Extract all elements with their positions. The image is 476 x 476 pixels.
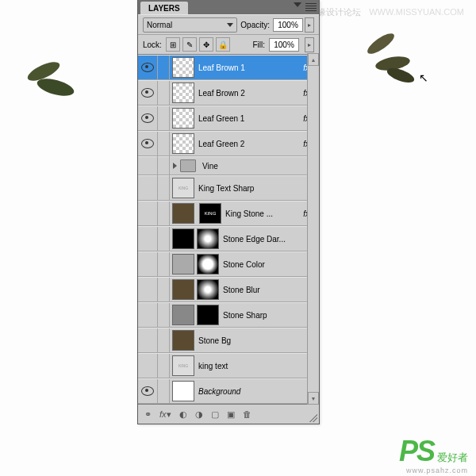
layer-row[interactable]: Stone Bg	[138, 328, 319, 353]
group-icon[interactable]: ▢	[211, 409, 219, 420]
visibility-toggle[interactable]	[138, 227, 158, 251]
layer-row[interactable]: KINGKing Stone ...fx▽	[138, 201, 319, 226]
layer-name[interactable]: Leaf Green 2	[197, 140, 303, 148]
link-col[interactable]	[158, 303, 170, 327]
link-col[interactable]	[158, 176, 170, 200]
link-col[interactable]	[158, 106, 170, 130]
layer-name[interactable]: Stone Color	[221, 260, 319, 269]
layer-thumbnail[interactable]	[172, 57, 194, 78]
opacity-flyout-icon[interactable]	[305, 17, 314, 33]
visibility-toggle[interactable]	[138, 354, 158, 378]
layer-row[interactable]: Leaf Green 2fx▽	[138, 131, 319, 156]
layer-name[interactable]: King Text Sharp	[197, 184, 319, 193]
link-col[interactable]	[158, 278, 170, 301]
layer-name[interactable]: Stone Bg	[197, 336, 319, 345]
fx-menu-icon[interactable]: fx▾	[159, 409, 171, 420]
layer-thumbnail[interactable]	[172, 254, 194, 274]
link-col[interactable]	[158, 379, 170, 403]
layer-row[interactable]: Stone Color	[138, 251, 319, 277]
blend-mode-select[interactable]: Normal	[143, 17, 237, 33]
link-layers-icon[interactable]: ⚭	[144, 409, 152, 420]
link-col[interactable]	[158, 252, 170, 276]
layer-thumbnail[interactable]	[172, 108, 194, 129]
resize-grip-icon[interactable]	[309, 414, 317, 422]
layer-row[interactable]: Stone Blur	[138, 277, 319, 302]
lock-all-icon[interactable]: 🔒	[216, 37, 230, 52]
visibility-toggle[interactable]	[138, 176, 158, 200]
link-col[interactable]	[158, 354, 170, 378]
layer-name[interactable]: king text	[197, 362, 319, 370]
visibility-toggle[interactable]	[138, 303, 158, 327]
layer-name[interactable]: Leaf Brown 2	[197, 89, 303, 98]
layer-name[interactable]: Stone Edge Dar...	[221, 235, 319, 244]
scroll-up-icon[interactable]: ▲	[308, 53, 319, 66]
layer-row[interactable]: Stone Edge Dar...	[138, 226, 319, 251]
layer-name[interactable]: Stone Sharp	[221, 311, 319, 320]
layer-thumbnail[interactable]	[172, 305, 194, 325]
layer-row[interactable]: KINGKing Text Sharp	[138, 175, 319, 201]
layers-tab[interactable]: LAYERS	[140, 2, 188, 14]
visibility-toggle[interactable]	[138, 132, 158, 155]
visibility-toggle[interactable]	[138, 106, 158, 130]
scrollbar[interactable]: ▲ ▼	[307, 53, 319, 405]
layer-mask-thumbnail[interactable]	[197, 254, 219, 274]
folder-toggle-icon[interactable]	[173, 163, 177, 169]
lock-pixels-icon[interactable]: ✎	[182, 37, 197, 52]
panel-menu-icon[interactable]	[305, 2, 317, 13]
layers-list: Leaf Brown 1fx▽Leaf Brown 2fx▽Leaf Green…	[138, 55, 319, 404]
fill-flyout-icon[interactable]	[305, 37, 314, 52]
layer-row[interactable]: KINGking text	[138, 353, 319, 378]
layer-thumbnail[interactable]	[172, 228, 194, 249]
layer-row[interactable]: Leaf Green 1fx▽	[138, 106, 319, 131]
link-col[interactable]	[158, 227, 170, 251]
layer-thumbnail[interactable]	[172, 83, 194, 103]
fill-input[interactable]: 100%	[269, 38, 299, 52]
layer-name[interactable]: Leaf Brown 1	[197, 63, 303, 72]
layer-thumbnail[interactable]: KING	[172, 178, 194, 198]
layer-mask-icon[interactable]: ◐	[179, 409, 187, 420]
link-col[interactable]	[158, 202, 170, 225]
link-col[interactable]	[158, 154, 170, 178]
layer-thumbnail[interactable]	[172, 203, 194, 224]
visibility-toggle[interactable]	[138, 379, 158, 403]
layer-row[interactable]: Vine	[138, 156, 319, 175]
layer-thumbnail[interactable]	[172, 279, 194, 300]
layer-thumbnail[interactable]	[172, 133, 194, 154]
visibility-toggle[interactable]	[138, 252, 158, 276]
visibility-toggle[interactable]	[138, 202, 158, 225]
layer-name[interactable]: Leaf Green 1	[197, 114, 303, 123]
link-col[interactable]	[158, 56, 170, 79]
delete-layer-icon[interactable]: 🗑	[243, 409, 251, 419]
layer-mask-thumbnail[interactable]	[197, 279, 219, 300]
layer-name[interactable]: King Stone ...	[224, 209, 303, 218]
visibility-toggle[interactable]	[138, 81, 158, 105]
layer-thumbnail[interactable]: KING	[199, 203, 221, 224]
layer-name[interactable]: Vine	[201, 162, 319, 171]
layer-name[interactable]: Stone Blur	[221, 286, 319, 294]
scroll-down-icon[interactable]: ▼	[308, 392, 319, 405]
layer-mask-thumbnail[interactable]	[197, 305, 219, 325]
link-col[interactable]	[158, 81, 170, 105]
new-layer-icon[interactable]: ▣	[227, 409, 235, 420]
eye-icon	[141, 386, 154, 396]
opacity-input[interactable]: 100%	[273, 18, 303, 32]
layer-mask-thumbnail[interactable]	[197, 228, 219, 249]
layer-thumbnail[interactable]	[172, 381, 194, 401]
layer-name[interactable]: Background	[197, 387, 306, 396]
lock-position-icon[interactable]: ✥	[199, 37, 213, 52]
link-col[interactable]	[158, 132, 170, 155]
layer-row[interactable]: Leaf Brown 1fx▽	[138, 55, 319, 80]
visibility-toggle[interactable]	[138, 278, 158, 301]
layer-thumbnail[interactable]: KING	[172, 355, 194, 376]
visibility-toggle[interactable]	[138, 154, 158, 178]
link-col[interactable]	[158, 328, 170, 352]
visibility-toggle[interactable]	[138, 328, 158, 352]
lock-transparency-icon[interactable]: ⊞	[166, 37, 180, 52]
layer-thumbnail[interactable]	[172, 330, 194, 351]
layer-row[interactable]: Leaf Brown 2fx▽	[138, 80, 319, 106]
layer-row[interactable]: Stone Sharp	[138, 302, 319, 328]
collapse-icon[interactable]	[294, 2, 301, 7]
visibility-toggle[interactable]	[138, 56, 158, 79]
layer-row[interactable]: Background🔒	[138, 378, 319, 404]
adjustment-layer-icon[interactable]: ◑	[195, 409, 203, 420]
